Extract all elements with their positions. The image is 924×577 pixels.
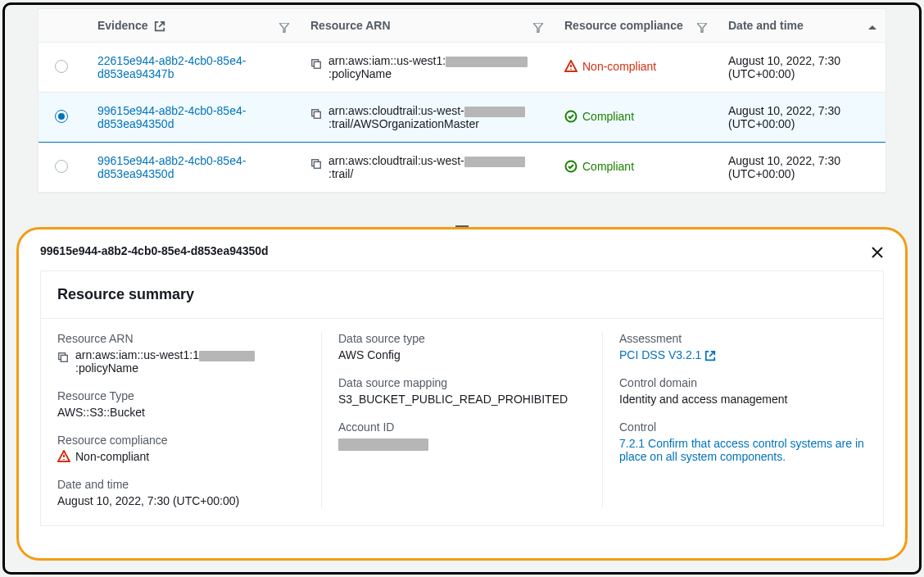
- copy-icon[interactable]: [57, 350, 69, 363]
- filter-icon[interactable]: [533, 20, 543, 34]
- value-resource-type: AWS::S3::Bucket: [57, 406, 305, 419]
- row-radio[interactable]: [55, 160, 68, 173]
- column-arn-label: Resource ARN: [310, 19, 391, 32]
- label-resource-arn: Resource ARN: [57, 332, 305, 345]
- summary-title: Resource summary: [41, 271, 883, 319]
- close-icon: [871, 246, 884, 259]
- copy-icon[interactable]: [310, 56, 322, 69]
- copy-icon[interactable]: [310, 106, 322, 119]
- label-resource-compliance: Resource compliance: [57, 434, 305, 447]
- column-datetime[interactable]: Date and time: [715, 9, 886, 43]
- control-link[interactable]: 7.2.1 Confirm that access control system…: [619, 437, 864, 463]
- label-resource-type: Resource Type: [57, 389, 305, 402]
- svg-rect-9: [61, 356, 67, 362]
- sort-asc-icon[interactable]: [867, 20, 877, 34]
- check-circle-icon: [564, 110, 578, 123]
- row-radio[interactable]: [55, 110, 68, 123]
- arn-text: arn:aws:iam::us-west1::policyName: [328, 54, 538, 80]
- table-row[interactable]: 99615e944-a8b2-4cb0-85e4-d853ea94350darn…: [38, 93, 886, 143]
- table-row[interactable]: 99615e944-a8b2-4cb0-85e4-d853ea94350darn…: [38, 143, 886, 193]
- label-control: Control: [619, 420, 867, 434]
- value-datetime: August 10, 2022, 7:30 (UTC+00:00): [57, 494, 305, 507]
- table-row[interactable]: 22615e944-a8b2-4cb0-85e4-d853ea94347barn…: [38, 43, 886, 93]
- value-data-source: AWS Config: [338, 348, 586, 361]
- evidence-table: Evidence Resource ARN Resource complianc…: [38, 8, 886, 193]
- column-compliance-label: Resource compliance: [564, 19, 683, 32]
- label-control-domain: Control domain: [619, 376, 867, 389]
- value-resource-arn: arn:aws:iam::us-west1:1:policyName: [75, 348, 305, 375]
- value-resource-compliance: Non-compliant: [57, 450, 149, 463]
- column-compliance[interactable]: Resource compliance: [551, 9, 715, 43]
- arn-text: arn:aws:cloudtrail:us-west-:trail/: [328, 154, 538, 180]
- datetime-cell: August 10, 2022, 7:30 (UTC+00:00): [715, 93, 886, 143]
- column-evidence[interactable]: Evidence: [84, 9, 297, 43]
- external-link-icon: [704, 350, 716, 361]
- label-datetime: Date and time: [57, 478, 305, 491]
- assessment-link[interactable]: PCI DSS V3.2.1: [619, 348, 716, 361]
- compliance-badge: Non-compliant: [564, 60, 656, 73]
- evidence-link[interactable]: 22615e944-a8b2-4cb0-85e4-d853ea94347b: [97, 54, 246, 80]
- evidence-link[interactable]: 99615e944-a8b2-4cb0-85e4-d853ea94350d: [97, 104, 246, 130]
- label-source-mapping: Data source mapping: [338, 376, 586, 389]
- datetime-cell: August 10, 2022, 7:30 (UTC+00:00): [715, 143, 886, 193]
- column-arn[interactable]: Resource ARN: [297, 9, 551, 43]
- svg-rect-6: [314, 161, 320, 168]
- detail-panel: 99615e944-a8b2-4cb0-85e4-d853ea94350d Re…: [16, 227, 908, 561]
- svg-rect-1: [314, 61, 320, 68]
- svg-rect-3: [314, 111, 320, 118]
- close-button[interactable]: [871, 243, 884, 259]
- arn-text: arn:aws:cloudtrail:us-west-:trail/AWSOrg…: [328, 104, 538, 130]
- label-data-source: Data source type: [338, 332, 586, 345]
- compliance-badge: Compliant: [564, 160, 634, 173]
- value-control-domain: Identity and access management: [619, 393, 867, 406]
- column-datetime-label: Date and time: [728, 19, 804, 32]
- row-radio[interactable]: [55, 60, 68, 73]
- value-account-id: [338, 437, 586, 451]
- copy-icon[interactable]: [310, 156, 322, 169]
- detail-title: 99615e944-a8b2-4cb0-85e4-d853ea94350d: [40, 244, 269, 257]
- compliance-badge: Compliant: [564, 110, 634, 123]
- filter-icon[interactable]: [697, 20, 707, 34]
- external-link-icon: [154, 20, 165, 32]
- datetime-cell: August 10, 2022, 7:30 (UTC+00:00): [715, 43, 886, 93]
- label-assessment: Assessment: [619, 332, 867, 345]
- warning-icon: [57, 450, 70, 463]
- column-radio: [38, 9, 84, 43]
- check-circle-icon: [564, 160, 578, 173]
- column-evidence-label: Evidence: [97, 19, 147, 32]
- filter-icon[interactable]: [279, 20, 289, 34]
- evidence-link[interactable]: 99615e944-a8b2-4cb0-85e4-d853ea94350d: [97, 154, 246, 180]
- value-source-mapping: S3_BUCKET_PUBLIC_READ_PROHIBITED: [338, 393, 586, 406]
- warning-icon: [564, 60, 578, 73]
- label-account-id: Account ID: [338, 420, 586, 434]
